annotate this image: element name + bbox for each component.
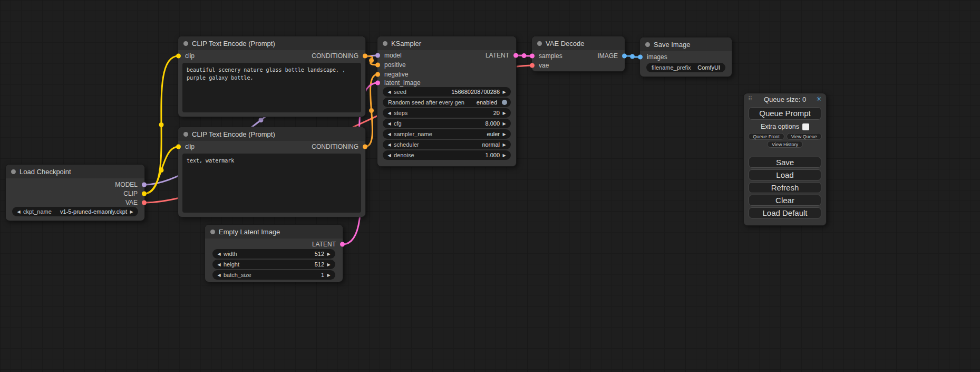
queue-front-button[interactable]: Queue Front — [748, 133, 784, 140]
vae-input-port[interactable] — [530, 63, 535, 68]
node-title-bar[interactable]: CLIP Text Encode (Prompt) — [178, 127, 365, 141]
increment-arrow-icon[interactable]: ▶ — [501, 153, 507, 158]
negative-input-port[interactable] — [375, 72, 380, 77]
decrement-arrow-icon[interactable]: ◀ — [386, 121, 392, 126]
increment-arrow-icon[interactable]: ▶ — [501, 121, 507, 126]
seed-widget[interactable]: ◀ seed 156680208700286 ▶ — [383, 87, 511, 97]
widget-label: sampler_name — [394, 131, 432, 137]
decrement-arrow-icon[interactable]: ◀ — [386, 153, 392, 158]
save-button[interactable]: Save — [749, 157, 821, 168]
increment-arrow-icon[interactable]: ▶ — [501, 111, 507, 116]
link-midpoint-dot[interactable] — [522, 53, 527, 58]
node-title-bar[interactable]: CLIP Text Encode (Prompt) — [178, 36, 365, 50]
clip-output-port[interactable] — [142, 192, 147, 196]
conditioning-output-port[interactable] — [363, 145, 367, 149]
link-midpoint-dot[interactable] — [159, 168, 164, 173]
collapse-dot[interactable] — [383, 41, 387, 46]
sampler-name-widget[interactable]: ◀ sampler_name euler ▶ — [383, 129, 511, 139]
link-midpoint-dot[interactable] — [259, 118, 264, 122]
output-label: CONDITIONING — [312, 52, 358, 60]
node-empty-latent-image[interactable]: Empty Latent Image LATENT ◀ width 512 ▶ … — [205, 224, 343, 282]
link-midpoint-dot[interactable] — [369, 108, 374, 113]
node-title-bar[interactable]: Empty Latent Image — [205, 225, 343, 239]
collapse-dot[interactable] — [11, 169, 16, 174]
node-title-bar[interactable]: VAE Decode — [532, 36, 625, 50]
link-midpoint-dot[interactable] — [369, 58, 374, 63]
increment-arrow-icon[interactable]: ▶ — [501, 132, 507, 137]
load-default-button[interactable]: Load Default — [749, 207, 821, 218]
output-slot-model: MODEL — [6, 180, 144, 189]
widget-label: height — [224, 261, 239, 268]
random-seed-toggle-widget[interactable]: Random seed after every gen enabled — [383, 98, 511, 107]
toggle-indicator-dot[interactable] — [502, 100, 507, 105]
increment-arrow-icon[interactable]: ▶ — [326, 252, 332, 256]
filename-prefix-widget[interactable]: filename_prefix ComfyUI — [646, 63, 725, 72]
collapse-dot[interactable] — [210, 230, 215, 234]
decrement-arrow-icon[interactable]: ◀ — [386, 142, 392, 147]
vae-output-port[interactable] — [142, 201, 147, 205]
extra-options-checkbox[interactable] — [802, 123, 809, 130]
decrement-arrow-icon[interactable]: ◀ — [216, 252, 222, 256]
decrement-arrow-icon[interactable]: ◀ — [386, 111, 392, 116]
queue-prompt-button[interactable]: Queue Prompt — [749, 107, 821, 120]
conditioning-output-port[interactable] — [363, 54, 367, 59]
node-vae-decode[interactable]: VAE Decode samples IMAGE vae — [531, 36, 625, 72]
batch-size-widget[interactable]: ◀ batch_size 1 ▶ — [212, 270, 335, 280]
node-clip-text-encode-positive[interactable]: CLIP Text Encode (Prompt) clip CONDITION… — [178, 36, 366, 117]
node-title-bar[interactable]: Save Image — [640, 37, 732, 51]
node-save-image[interactable]: Save Image images filename_prefix ComfyU… — [639, 37, 732, 77]
increment-arrow-icon[interactable]: ▶ — [501, 90, 507, 94]
image-output-port[interactable] — [622, 54, 627, 59]
model-output-port[interactable] — [142, 183, 147, 187]
node-ksampler[interactable]: KSampler model LATENT positive negative … — [377, 36, 517, 167]
queue-panel: ⠿ Queue size: 0 ✳ Queue Prompt Extra opt… — [743, 93, 827, 226]
positive-input-port[interactable] — [375, 63, 380, 68]
settings-gear-icon[interactable]: ✳ — [816, 95, 822, 103]
widget-label: ckpt_name — [23, 208, 52, 215]
denoise-widget[interactable]: ◀ denoise 1.000 ▶ — [383, 150, 511, 160]
decrement-arrow-icon[interactable]: ◀ — [216, 273, 222, 278]
scheduler-widget[interactable]: ◀ scheduler normal ▶ — [383, 140, 511, 149]
latent-output-port[interactable] — [513, 53, 518, 58]
latent-output-port[interactable] — [340, 242, 345, 247]
latent-image-input-port[interactable] — [375, 81, 380, 85]
load-button[interactable]: Load — [749, 169, 821, 180]
prompt-text-area[interactable]: beautiful scenery nature glass bottle la… — [182, 63, 361, 112]
view-history-button[interactable]: View History — [767, 141, 803, 148]
images-input-port[interactable] — [638, 55, 643, 60]
clear-button[interactable]: Clear — [749, 195, 821, 206]
steps-widget[interactable]: ◀ steps 20 ▶ — [383, 108, 511, 118]
input-slot-positive: positive — [377, 61, 516, 69]
node-title: CLIP Text Encode (Prompt) — [192, 130, 275, 138]
widget-value: enabled — [477, 99, 497, 106]
link-midpoint-dot[interactable] — [630, 54, 635, 59]
collapse-dot[interactable] — [183, 41, 188, 46]
node-clip-text-encode-negative[interactable]: CLIP Text Encode (Prompt) clip CONDITION… — [178, 127, 366, 217]
output-slot-conditioning: CONDITIONING — [178, 52, 365, 60]
increment-arrow-icon[interactable]: ▶ — [326, 262, 332, 267]
increment-arrow-icon[interactable]: ▶ — [501, 142, 507, 147]
input-label: images — [647, 53, 667, 61]
cfg-widget[interactable]: ◀ cfg 8.000 ▶ — [383, 119, 511, 128]
ckpt-name-widget[interactable]: ◀ ckpt_name v1-5-pruned-emaonly.ckpt ▶ — [12, 207, 138, 216]
node-title-bar[interactable]: KSampler — [377, 36, 516, 50]
prompt-text-area[interactable]: text, watermark — [182, 154, 361, 213]
collapse-dot[interactable] — [183, 132, 188, 137]
decrement-arrow-icon[interactable]: ◀ — [386, 132, 392, 137]
refresh-button[interactable]: Refresh — [749, 182, 821, 193]
width-widget[interactable]: ◀ width 512 ▶ — [212, 249, 335, 259]
decrement-arrow-icon[interactable]: ◀ — [216, 262, 222, 267]
increment-arrow-icon[interactable]: ▶ — [129, 209, 134, 214]
view-queue-button[interactable]: View Queue — [787, 133, 822, 140]
node-graph-canvas[interactable]: Load Checkpoint MODEL CLIP VAE ◀ ckpt_na… — [0, 0, 980, 372]
increment-arrow-icon[interactable]: ▶ — [326, 273, 332, 278]
height-widget[interactable]: ◀ height 512 ▶ — [212, 260, 335, 269]
node-title-bar[interactable]: Load Checkpoint — [6, 165, 144, 178]
link-midpoint-dot[interactable] — [159, 122, 164, 127]
collapse-dot[interactable] — [645, 42, 650, 47]
collapse-dot[interactable] — [537, 41, 542, 46]
decrement-arrow-icon[interactable]: ◀ — [16, 209, 22, 214]
decrement-arrow-icon[interactable]: ◀ — [386, 90, 392, 94]
node-load-checkpoint[interactable]: Load Checkpoint MODEL CLIP VAE ◀ ckpt_na… — [5, 164, 145, 221]
node-title: CLIP Text Encode (Prompt) — [192, 40, 275, 47]
